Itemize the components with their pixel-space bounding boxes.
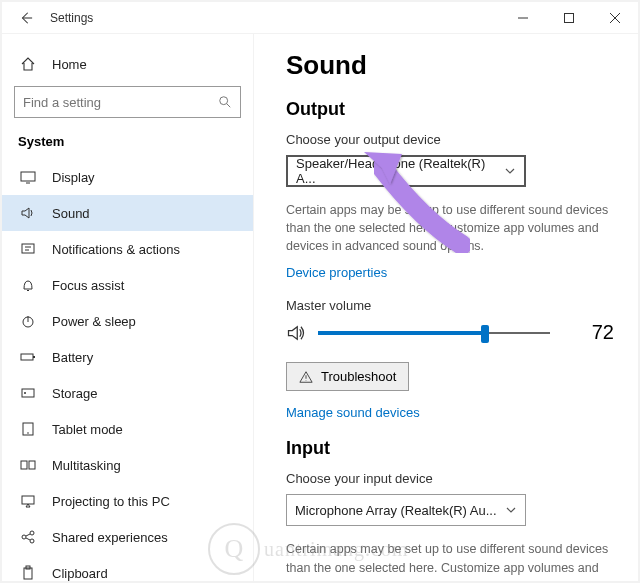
search-box[interactable] (14, 86, 241, 118)
search-icon (210, 95, 240, 109)
sidebar-item-label: Storage (52, 386, 98, 401)
speaker-icon[interactable] (286, 323, 306, 343)
window-controls (500, 2, 638, 34)
sidebar-item-label: Tablet mode (52, 422, 123, 437)
chevron-down-icon (505, 504, 517, 516)
home-icon (18, 56, 38, 72)
projecting-icon (18, 493, 38, 509)
minimize-button[interactable] (500, 2, 546, 34)
sidebar-item-multitasking[interactable]: Multitasking (2, 447, 253, 483)
sidebar-item-label: Clipboard (52, 566, 108, 581)
notifications-icon (18, 241, 38, 257)
maximize-button[interactable] (546, 2, 592, 34)
focus-assist-icon (18, 277, 38, 293)
sidebar-item-label: Battery (52, 350, 93, 365)
volume-value: 72 (592, 321, 614, 344)
sidebar-item-label: Focus assist (52, 278, 124, 293)
master-volume-label: Master volume (286, 298, 614, 313)
sidebar-item-sound[interactable]: Sound (2, 195, 253, 231)
sidebar-home[interactable]: Home (2, 46, 253, 82)
search-input[interactable] (15, 95, 210, 110)
svg-rect-11 (21, 461, 27, 469)
sidebar: Home System Display Sound Notifications … (2, 34, 254, 581)
svg-rect-12 (29, 461, 35, 469)
sidebar-item-projecting[interactable]: Projecting to this PC (2, 483, 253, 519)
display-icon (18, 169, 38, 185)
shared-icon (18, 529, 38, 545)
watermark: Q uantrimang.com (208, 523, 409, 575)
output-device-properties-link[interactable]: Device properties (286, 265, 614, 280)
back-button[interactable] (10, 11, 42, 25)
sidebar-item-label: Notifications & actions (52, 242, 180, 257)
troubleshoot-button[interactable]: Troubleshoot (286, 362, 409, 391)
input-choose-label: Choose your input device (286, 471, 614, 486)
close-button[interactable] (592, 2, 638, 34)
svg-rect-6 (33, 356, 35, 358)
svg-rect-2 (21, 172, 35, 181)
output-description: Certain apps may be set up to use differ… (286, 201, 614, 255)
tablet-icon (18, 421, 38, 437)
input-device-select[interactable]: Microphone Array (Realtek(R) Au... (286, 494, 526, 526)
sidebar-item-storage[interactable]: Storage (2, 375, 253, 411)
input-heading: Input (286, 438, 614, 459)
sidebar-item-tablet[interactable]: Tablet mode (2, 411, 253, 447)
svg-rect-17 (24, 568, 32, 579)
sidebar-item-label: Power & sleep (52, 314, 136, 329)
manage-sound-devices-link[interactable]: Manage sound devices (286, 405, 614, 420)
output-device-select[interactable]: Speaker/Headphone (Realtek(R) A... (286, 155, 526, 187)
svg-point-1 (220, 97, 228, 105)
sidebar-item-label: Shared experiences (52, 530, 168, 545)
volume-slider[interactable] (318, 323, 550, 343)
svg-rect-7 (22, 389, 34, 397)
svg-point-16 (30, 539, 34, 543)
sound-icon (18, 205, 38, 221)
clipboard-icon (18, 565, 38, 581)
page-title: Sound (286, 50, 614, 81)
svg-point-10 (27, 432, 29, 434)
warning-icon (299, 370, 313, 384)
multitasking-icon (18, 457, 38, 473)
svg-point-14 (22, 535, 26, 539)
sidebar-item-focus-assist[interactable]: Focus assist (2, 267, 253, 303)
svg-rect-13 (22, 496, 34, 504)
sidebar-item-label: Display (52, 170, 95, 185)
sidebar-item-label: Multitasking (52, 458, 121, 473)
input-device-value: Microphone Array (Realtek(R) Au... (295, 503, 497, 518)
troubleshoot-label: Troubleshoot (321, 369, 396, 384)
main-panel: Sound Output Choose your output device S… (254, 34, 638, 581)
svg-point-8 (24, 392, 26, 394)
svg-rect-0 (565, 13, 574, 22)
sidebar-item-label: Projecting to this PC (52, 494, 170, 509)
sidebar-item-display[interactable]: Display (2, 159, 253, 195)
sidebar-section: System (2, 128, 253, 159)
output-heading: Output (286, 99, 614, 120)
sidebar-item-power[interactable]: Power & sleep (2, 303, 253, 339)
storage-icon (18, 385, 38, 401)
sidebar-home-label: Home (52, 57, 87, 72)
sidebar-item-notifications[interactable]: Notifications & actions (2, 231, 253, 267)
slider-thumb[interactable] (481, 325, 489, 343)
arrow-left-icon (19, 11, 33, 25)
title-bar: Settings (2, 2, 638, 34)
window-title: Settings (50, 11, 93, 25)
power-icon (18, 313, 38, 329)
battery-icon (18, 349, 38, 365)
svg-rect-3 (22, 244, 34, 253)
output-device-value: Speaker/Headphone (Realtek(R) A... (296, 156, 504, 186)
sidebar-item-label: Sound (52, 206, 90, 221)
sidebar-item-battery[interactable]: Battery (2, 339, 253, 375)
svg-point-15 (30, 531, 34, 535)
svg-rect-5 (21, 354, 33, 360)
chevron-down-icon (504, 165, 516, 177)
output-choose-label: Choose your output device (286, 132, 614, 147)
